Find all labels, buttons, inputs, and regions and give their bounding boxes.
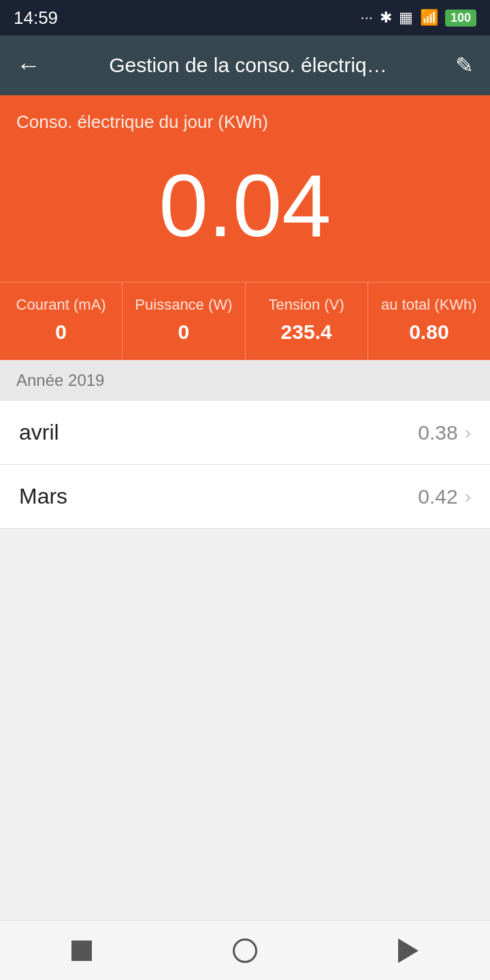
square-icon bbox=[71, 941, 92, 961]
time-label: 14:59 bbox=[14, 7, 58, 29]
bluetooth-icon: ✱ bbox=[380, 9, 392, 27]
month-label-avril: avril bbox=[19, 420, 59, 445]
stat-total-label: au total (KWh) bbox=[374, 296, 485, 314]
stat-tension: Tension (V) 235.4 bbox=[246, 282, 368, 360]
month-label-mars: Mars bbox=[19, 484, 67, 509]
list-item-mars[interactable]: Mars 0.42 › bbox=[0, 465, 490, 529]
stat-tension-value: 235.4 bbox=[251, 321, 362, 344]
triangle-icon bbox=[398, 938, 419, 963]
bottom-nav bbox=[0, 920, 490, 980]
dots-icon: ··· bbox=[361, 9, 373, 27]
recent-apps-button[interactable] bbox=[67, 936, 97, 966]
stat-courant: Courant (mA) 0 bbox=[0, 282, 122, 360]
stats-row: Courant (mA) 0 Puissance (W) 0 Tension (… bbox=[0, 282, 490, 360]
circle-icon bbox=[233, 938, 257, 963]
app-bar: ← Gestion de la conso. électriq… ✎ bbox=[0, 35, 490, 95]
edit-button[interactable]: ✎ bbox=[455, 52, 474, 78]
back-button[interactable]: ← bbox=[16, 51, 41, 80]
chevron-right-icon-avril: › bbox=[465, 422, 471, 444]
home-button[interactable] bbox=[230, 936, 260, 966]
year-header: Année 2019 bbox=[0, 360, 490, 401]
stat-courant-label: Courant (mA) bbox=[5, 296, 116, 314]
back-nav-button[interactable] bbox=[393, 936, 423, 966]
stat-puissance-value: 0 bbox=[128, 321, 239, 344]
month-value-mars: 0.42 bbox=[418, 485, 457, 508]
status-icons: ··· ✱ ▦ 📶 100 bbox=[361, 9, 476, 27]
stat-total: au total (KWh) 0.80 bbox=[368, 282, 490, 360]
stat-puissance-label: Puissance (W) bbox=[128, 296, 239, 314]
wifi-icon: 📶 bbox=[420, 9, 438, 27]
empty-area bbox=[0, 529, 490, 920]
signal-icon: ▦ bbox=[399, 9, 413, 27]
chevron-right-icon-mars: › bbox=[465, 486, 471, 508]
list-item-mars-right: 0.42 › bbox=[418, 485, 471, 508]
list-item-avril[interactable]: avril 0.38 › bbox=[0, 401, 490, 465]
status-bar: 14:59 ··· ✱ ▦ 📶 100 bbox=[0, 0, 490, 35]
stat-courant-value: 0 bbox=[5, 321, 116, 344]
stat-tension-label: Tension (V) bbox=[251, 296, 362, 314]
list-item-avril-right: 0.38 › bbox=[418, 421, 471, 444]
year-label: Année 2019 bbox=[16, 371, 104, 389]
app-bar-title: Gestion de la conso. électriq… bbox=[41, 54, 455, 77]
daily-consumption-value: 0.04 bbox=[16, 144, 474, 282]
main-panel: Conso. électrique du jour (KWh) 0.04 bbox=[0, 95, 490, 282]
panel-label: Conso. électrique du jour (KWh) bbox=[16, 112, 474, 133]
month-value-avril: 0.38 bbox=[418, 421, 457, 444]
stat-total-value: 0.80 bbox=[374, 321, 485, 344]
stat-puissance: Puissance (W) 0 bbox=[122, 282, 245, 360]
battery-icon: 100 bbox=[445, 10, 476, 27]
